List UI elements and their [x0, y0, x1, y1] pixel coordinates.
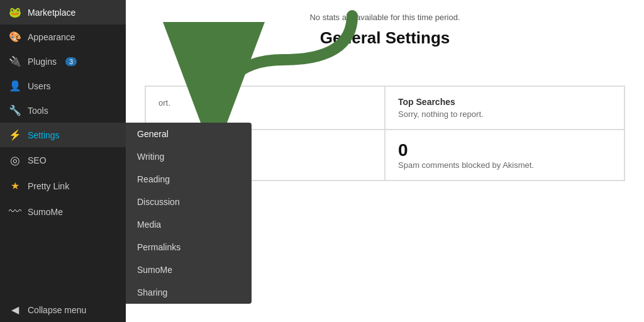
sidebar-item-label: Appearance — [28, 32, 75, 42]
sidebar-item-settings[interactable]: ⚡ Settings — [0, 123, 126, 147]
marketplace-icon: 🐸 — [9, 6, 21, 18]
top-searches-cell: Top Searches Sorry, nothing to report. — [385, 86, 625, 130]
plugins-badge: 3 — [65, 57, 77, 66]
sidebar-item-plugins[interactable]: 🔌 Plugins 3 — [0, 49, 126, 74]
settings-icon: ⚡ — [9, 129, 21, 141]
sidebar-item-marketplace[interactable]: 🐸 Marketplace — [0, 0, 126, 25]
sidebar-item-pretty-link[interactable]: ★ Pretty Link — [0, 174, 126, 198]
stats-notice: No stats are available for this time per… — [145, 13, 625, 22]
submenu-item-reading[interactable]: Reading — [126, 168, 252, 191]
sidebar-item-label: Pretty Link — [28, 181, 69, 191]
settings-submenu: General Writing Reading Discussion Media… — [126, 123, 252, 304]
sumome-icon: 〰 — [9, 204, 21, 219]
sidebar-item-tools[interactable]: 🔧 Tools — [0, 98, 126, 123]
star-icon: ★ — [9, 180, 21, 192]
sidebar-item-users[interactable]: 👤 Users — [0, 74, 126, 98]
users-icon: 👤 — [9, 80, 21, 92]
submenu-label: SumoMe — [137, 265, 172, 275]
submenu-item-sharing[interactable]: Sharing — [126, 281, 252, 304]
sidebar-item-sumome[interactable]: 〰 SumoMe — [0, 198, 126, 225]
submenu-label: General — [137, 129, 169, 139]
sidebar-item-label: Users — [28, 81, 51, 91]
report-left-text: ort. — [158, 98, 170, 108]
submenu-label: Media — [137, 219, 161, 230]
sidebar-item-label: Plugins — [28, 57, 57, 67]
submenu-item-writing[interactable]: Writing — [126, 145, 252, 168]
sidebar: 🐸 Marketplace 🎨 Appearance 🔌 Plugins 3 👤… — [0, 0, 126, 322]
sidebar-item-seo[interactable]: ◎ SEO — [0, 147, 126, 174]
sidebar-item-label: Marketplace — [28, 8, 75, 18]
submenu-item-media[interactable]: Media — [126, 213, 252, 236]
submenu-item-sumome[interactable]: SumoMe — [126, 258, 252, 281]
submenu-label: Discussion — [137, 197, 180, 207]
sidebar-item-label: Collapse menu — [28, 305, 86, 315]
sidebar-item-label: Settings — [28, 130, 60, 140]
submenu-item-discussion[interactable]: Discussion — [126, 191, 252, 213]
submenu-label: Writing — [137, 152, 164, 162]
submenu-label: Permalinks — [137, 242, 180, 252]
submenu-label: Reading — [137, 174, 170, 184]
plugins-icon: 🔌 — [9, 55, 21, 67]
collapse-icon: ◀ — [9, 304, 21, 316]
tools-icon: 🔧 — [9, 104, 21, 116]
spam-count: 0 — [398, 140, 611, 160]
spam-desc: Spam comments blocked by Akismet. — [398, 160, 611, 170]
submenu-item-permalinks[interactable]: Permalinks — [126, 236, 252, 258]
submenu-item-general[interactable]: General — [126, 123, 252, 145]
seo-icon: ◎ — [9, 153, 21, 167]
sidebar-item-appearance[interactable]: 🎨 Appearance — [0, 25, 126, 49]
sidebar-item-label: SEO — [28, 155, 47, 165]
sidebar-item-label: SumoMe — [28, 207, 63, 217]
sidebar-item-label: Tools — [28, 106, 48, 116]
top-searches-title: Top Searches — [398, 97, 611, 107]
spam-comments-cell: 0 Spam comments blocked by Akismet. — [385, 130, 625, 180]
submenu-label: Sharing — [137, 287, 167, 297]
sidebar-item-settings-container: ⚡ Settings General Writing Reading Discu… — [0, 123, 126, 147]
sidebar-item-collapse[interactable]: ◀ Collapse menu — [0, 297, 126, 322]
top-searches-desc: Sorry, nothing to report. — [398, 109, 611, 119]
page-title: General Settings — [145, 28, 625, 48]
appearance-icon: 🎨 — [9, 31, 21, 43]
